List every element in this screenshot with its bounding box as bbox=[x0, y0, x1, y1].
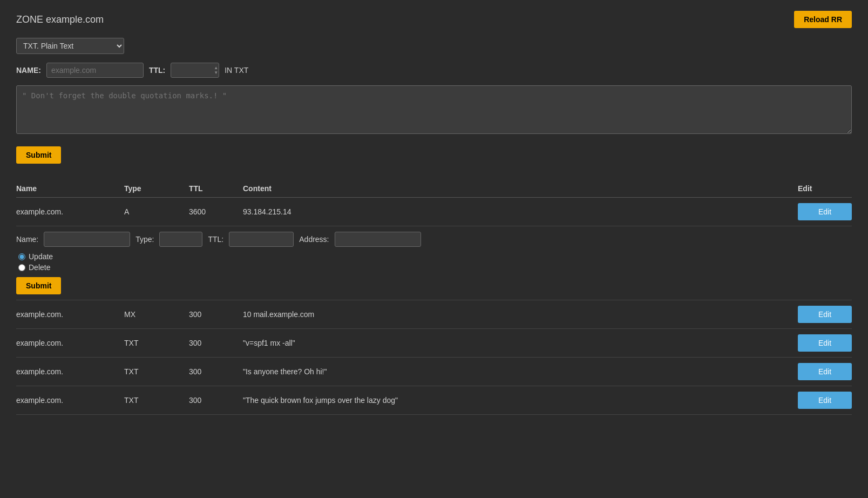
name-label: NAME: bbox=[16, 66, 41, 75]
row-ttl: 300 bbox=[189, 367, 243, 376]
table-row: example.com. MX 300 10 mail.example.com … bbox=[16, 300, 852, 329]
row-type: TXT bbox=[124, 339, 189, 347]
edit-address-label: Address: bbox=[299, 235, 329, 244]
table-row: example.com. A 3600 93.184.215.14 Edit N… bbox=[16, 198, 852, 300]
edit-button-2[interactable]: Edit bbox=[798, 334, 852, 352]
col-name: Name bbox=[16, 184, 124, 193]
row-ttl: 300 bbox=[189, 396, 243, 405]
ttl-label: TTL: bbox=[149, 66, 165, 75]
records-table: Name Type TTL Content Edit example.com. … bbox=[16, 180, 852, 415]
table-row: example.com. TXT 300 "v=spf1 mx -all" Ed… bbox=[16, 329, 852, 358]
in-txt-label: IN TXT bbox=[225, 66, 248, 75]
row-type: A bbox=[124, 207, 189, 216]
row-content: "The quick brown fox jumps over the lazy… bbox=[243, 396, 798, 405]
edit-expanded-row-0: Name: example.com Type: A TTL: 3600 Addr… bbox=[16, 226, 852, 300]
row-content: 10 mail.example.com bbox=[243, 310, 798, 319]
radio-update[interactable] bbox=[18, 253, 25, 260]
edit-button-4[interactable]: Edit bbox=[798, 392, 852, 409]
edit-button-0[interactable]: Edit bbox=[798, 203, 852, 220]
row-ttl: 300 bbox=[189, 310, 243, 319]
radio-delete-item: Delete bbox=[18, 263, 852, 272]
edit-button-3[interactable]: Edit bbox=[798, 363, 852, 380]
zone-title: ZONE example.com bbox=[16, 14, 104, 25]
edit-type-field[interactable]: A bbox=[159, 232, 202, 247]
col-edit: Edit bbox=[798, 184, 852, 193]
ttl-input[interactable]: 300 bbox=[171, 63, 219, 78]
col-content: Content bbox=[243, 184, 798, 193]
row-content: "v=spf1 mx -all" bbox=[243, 339, 798, 347]
row-type: MX bbox=[124, 310, 189, 319]
edit-name-field[interactable]: example.com bbox=[44, 232, 130, 247]
row-ttl: 3600 bbox=[189, 207, 243, 216]
row-content: 93.184.215.14 bbox=[243, 207, 798, 216]
row-content: "Is anyone there? Oh hi!" bbox=[243, 367, 798, 376]
ttl-spinner-arrows[interactable]: ▲▼ bbox=[214, 65, 218, 75]
edit-address-field[interactable]: 93.184.215.14 bbox=[335, 232, 421, 247]
radio-delete[interactable] bbox=[18, 264, 25, 271]
txt-content-textarea[interactable] bbox=[16, 85, 852, 134]
row-name: example.com. bbox=[16, 207, 124, 216]
reload-rr-button[interactable]: Reload RR bbox=[794, 11, 852, 28]
add-submit-button[interactable]: Submit bbox=[16, 146, 61, 164]
row-ttl: 300 bbox=[189, 339, 243, 347]
col-type: Type bbox=[124, 184, 189, 193]
edit-ttl-label: TTL: bbox=[208, 235, 223, 244]
edit-ttl-field[interactable]: 3600 bbox=[229, 232, 294, 247]
radio-update-label: Update bbox=[29, 252, 53, 261]
edit-name-label: Name: bbox=[16, 235, 38, 244]
name-input[interactable] bbox=[46, 63, 144, 78]
edit-submit-button-0[interactable]: Submit bbox=[16, 277, 61, 294]
row-name: example.com. bbox=[16, 367, 124, 376]
row-name: example.com. bbox=[16, 396, 124, 405]
col-ttl: TTL bbox=[189, 184, 243, 193]
row-name: example.com. bbox=[16, 310, 124, 319]
row-type: TXT bbox=[124, 396, 189, 405]
table-row: example.com. TXT 300 "Is anyone there? O… bbox=[16, 358, 852, 386]
table-row: example.com. TXT 300 "The quick brown fo… bbox=[16, 386, 852, 415]
row-name: example.com. bbox=[16, 339, 124, 347]
radio-delete-label: Delete bbox=[29, 263, 50, 272]
record-type-select[interactable]: TXT. Plain Text A. IPv4 Address AAAA. IP… bbox=[16, 38, 124, 54]
radio-update-item: Update bbox=[18, 252, 852, 261]
edit-type-label: Type: bbox=[135, 235, 154, 244]
edit-button-1[interactable]: Edit bbox=[798, 306, 852, 323]
table-header: Name Type TTL Content Edit bbox=[16, 180, 852, 198]
row-type: TXT bbox=[124, 367, 189, 376]
